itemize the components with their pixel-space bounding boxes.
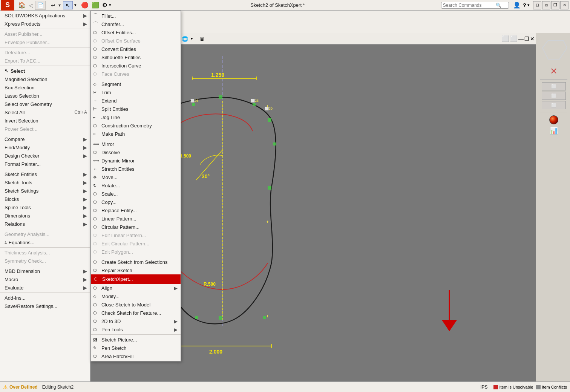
- macro-item[interactable]: Macro ▶: [0, 275, 90, 283]
- mbd-dimension-item[interactable]: MBD Dimension ▶: [0, 267, 90, 275]
- monitor-btn[interactable]: 🖥: [197, 34, 207, 43]
- check-sketch-for-feature-item[interactable]: ⬡ Check Sketch for Feature...: [91, 309, 181, 317]
- symmetry-check-item[interactable]: Symmetry Check...: [0, 257, 90, 265]
- move-item[interactable]: ✥ Move...: [91, 173, 181, 181]
- sketch-picture-item[interactable]: 🖼 Sketch Picture...: [91, 335, 181, 344]
- help-arrow[interactable]: ▾: [527, 3, 530, 8]
- lasso-selection-item[interactable]: Lasso Selection: [0, 92, 90, 100]
- split-v-btn[interactable]: ⬜: [510, 35, 518, 42]
- scale-item[interactable]: ⬡ Scale...: [91, 190, 181, 198]
- export-aec-item[interactable]: Export To AEC...: [0, 57, 90, 65]
- back-button[interactable]: ◁: [28, 2, 34, 8]
- spline-tools-item[interactable]: Spline Tools ▶: [0, 203, 90, 211]
- search-input[interactable]: [443, 3, 496, 8]
- restore-button[interactable]: ❐: [551, 1, 559, 9]
- rebuild-button[interactable]: 🔴: [81, 2, 89, 9]
- bom-btn[interactable]: 📊: [542, 126, 566, 136]
- format-painter-item[interactable]: Format Painter...: [0, 160, 90, 168]
- compare-item[interactable]: Compare ▶: [0, 135, 90, 143]
- split-entities-item[interactable]: ⊢ Split Entities: [91, 105, 181, 113]
- close-sketch-to-model-item[interactable]: ⬡ Close Sketch to Model: [91, 300, 181, 309]
- face-curves-item[interactable]: ⬡ Face Curves: [91, 70, 181, 78]
- rotate-item[interactable]: ↻ Rotate...: [91, 181, 181, 190]
- edit-linear-pattern-item[interactable]: ⬡ Edit Linear Pattern...: [91, 231, 181, 239]
- home-button[interactable]: 🏠: [16, 0, 28, 10]
- user-icon[interactable]: 👤: [513, 2, 521, 9]
- pen-sketch-item[interactable]: ✎ Pen Sketch: [91, 344, 181, 352]
- sketch-settings-item[interactable]: Sketch Settings ▶: [0, 187, 90, 195]
- relations-item[interactable]: Relations ▶: [0, 220, 90, 228]
- display-button[interactable]: 🟩: [92, 2, 99, 9]
- asset-publisher-item[interactable]: Asset Publisher...: [0, 30, 90, 38]
- area-hatch-fill-item[interactable]: ⬡ Area Hatch/Fill: [91, 352, 181, 360]
- defeature-item[interactable]: Defeature...: [0, 48, 90, 57]
- save-restore-item[interactable]: Save/Restore Settings...: [0, 302, 90, 310]
- redo-button[interactable]: ▾: [58, 2, 61, 9]
- power-select-item[interactable]: Power Select...: [0, 125, 90, 133]
- dynamic-mirror-item[interactable]: ⟺ Dynamic Mirror: [91, 156, 181, 165]
- help-button[interactable]: ?: [523, 2, 526, 8]
- convert-entities-item[interactable]: ⬡ Convert Entities: [91, 45, 181, 53]
- find-modify-item[interactable]: Find/Modify ▶: [0, 143, 90, 152]
- select-item[interactable]: ↖ Select: [0, 67, 90, 75]
- box-selection-item[interactable]: Box Selection: [0, 83, 90, 92]
- sketch-tools-item[interactable]: Sketch Tools ▶: [0, 178, 90, 187]
- modify-item[interactable]: ◇ Modify...: [91, 292, 181, 300]
- make-path-item[interactable]: ○ Make Path: [91, 130, 181, 138]
- extend-item[interactable]: → Extend: [91, 96, 181, 105]
- jog-line-item[interactable]: ⌐ Jog Line: [91, 113, 181, 121]
- wireframe-btn[interactable]: ⬜: [542, 82, 566, 90]
- sketch-entities-item[interactable]: Sketch Entities ▶: [0, 170, 90, 178]
- design-checker-item[interactable]: Design Checker ▶: [0, 152, 90, 160]
- sketchxpert-item[interactable]: ⬡ SketchXpert...: [91, 274, 181, 284]
- mirror-item[interactable]: ⟺ Mirror: [91, 140, 181, 148]
- magnified-selection-item[interactable]: Magnified Selection: [0, 75, 90, 83]
- select-tool[interactable]: ↖: [63, 1, 73, 9]
- dimensions-item[interactable]: Dimensions ▶: [0, 211, 90, 220]
- display-arrow[interactable]: ▾: [191, 36, 193, 41]
- envelope-publisher-item[interactable]: Envelope Publisher...: [0, 38, 90, 46]
- circular-pattern-item[interactable]: ⬡ Circular Pattern...: [91, 223, 181, 231]
- search-bar[interactable]: 🔍: [441, 2, 509, 9]
- minimize-button[interactable]: ⊟: [533, 1, 541, 9]
- chamfer-item[interactable]: ⌒ Chamfer...: [91, 20, 181, 28]
- offset-on-surface-item[interactable]: ⬡ Offset On Surface: [91, 37, 181, 45]
- tile-view-btn[interactable]: ❐: [524, 36, 529, 42]
- undo-button[interactable]: ↩: [49, 2, 58, 9]
- evaluate-item[interactable]: Evaluate ▶: [0, 283, 90, 292]
- silhouette-entities-item[interactable]: ⬡ Silhouette Entities: [91, 53, 181, 61]
- new-file-button[interactable]: 📄: [35, 1, 46, 10]
- copy-item[interactable]: ⬡ Copy...: [91, 198, 181, 206]
- equations-item[interactable]: Σ Equations...: [0, 238, 90, 247]
- display-mode-btn[interactable]: 🌐: [180, 34, 190, 43]
- appearance-btn[interactable]: [542, 115, 566, 125]
- settings-arrow[interactable]: ▾: [109, 3, 111, 8]
- solidworks-apps-item[interactable]: SOLIDWORKS Applications ▶: [0, 11, 90, 20]
- add-ins-item[interactable]: Add-Ins...: [0, 294, 90, 302]
- pen-tools-item[interactable]: ⬡ Pen Tools ▶: [91, 325, 181, 334]
- 2d-to-3d-item[interactable]: ⬡ 2D to 3D ▶: [91, 317, 181, 325]
- expand-btn[interactable]: ⬜: [502, 35, 509, 42]
- close-button[interactable]: ✕: [560, 1, 568, 9]
- edit-circular-pattern-item[interactable]: ⬡ Edit Circular Pattern...: [91, 239, 181, 248]
- geometry-analysis-item[interactable]: Geometry Analysis...: [0, 230, 90, 238]
- hidden-lines-btn[interactable]: ⬜: [542, 92, 566, 100]
- intersection-curve-item[interactable]: ⬡ Intersection Curve: [91, 61, 181, 70]
- create-sketch-from-selections-item[interactable]: ⬡ Create Sketch from Selections: [91, 258, 181, 266]
- thickness-analysis-item[interactable]: Thickness Analysis...: [0, 248, 90, 257]
- dissolve-item[interactable]: ⬡ Dissolve: [91, 148, 181, 156]
- invert-selection-item[interactable]: Invert Selection: [0, 116, 90, 125]
- linear-pattern-item[interactable]: ⬡ Linear Pattern...: [91, 214, 181, 223]
- minimize-view-btn[interactable]: —: [518, 36, 524, 42]
- select-over-geometry-item[interactable]: Select over Geometry: [0, 100, 90, 108]
- offset-entities-item[interactable]: ⬡ Offset Entities...: [91, 28, 181, 37]
- trim-item[interactable]: ✂ Trim: [91, 88, 181, 96]
- settings-button[interactable]: ⚙: [102, 2, 107, 9]
- select-tool-arrow[interactable]: ▾: [74, 3, 77, 8]
- blocks-item[interactable]: Blocks ▶: [0, 195, 90, 203]
- construction-geometry-item[interactable]: ⬡ Construction Geometry: [91, 121, 181, 130]
- tile-button[interactable]: ⧉: [542, 1, 550, 9]
- segment-item[interactable]: ◇ Segment: [91, 80, 181, 88]
- select-all-item[interactable]: Select All Ctrl+A: [0, 108, 90, 116]
- edit-polygon-item[interactable]: ⬡ Edit Polygon...: [91, 248, 181, 256]
